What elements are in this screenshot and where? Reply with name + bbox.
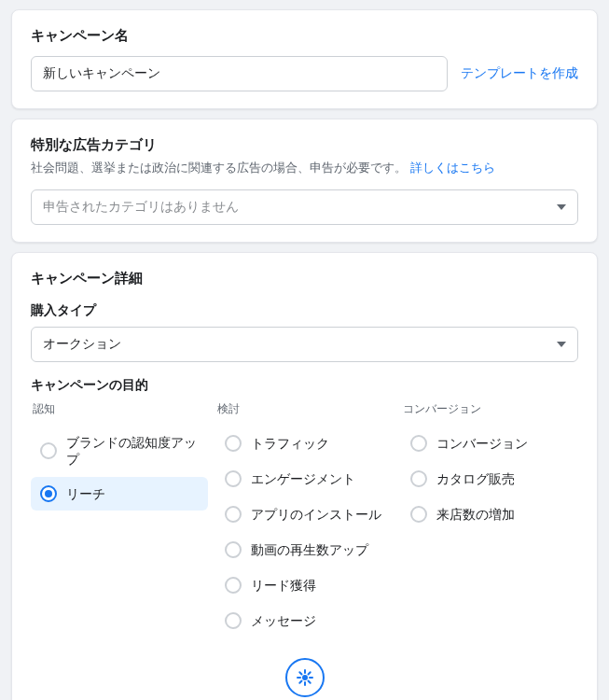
chevron-down-icon	[557, 342, 566, 347]
buying-type-label: 購入タイプ	[31, 302, 578, 319]
objective-option[interactable]: 動画の再生数アップ	[215, 533, 393, 567]
create-template-link[interactable]: テンプレートを作成	[461, 65, 578, 82]
radio-icon	[40, 442, 57, 459]
reach-icon	[285, 658, 325, 697]
chevron-down-icon	[557, 204, 566, 210]
radio-icon	[225, 612, 242, 629]
special-category-desc: 社会問題、選挙または政治に関連する広告の場合、申告が必要です。 詳しくはこちら	[31, 160, 578, 176]
awareness-header: 認知	[33, 401, 208, 417]
objective-option[interactable]: ブランドの認知度アップ	[31, 427, 208, 475]
awareness-column: 認知ブランドの認知度アップリーチ	[31, 401, 208, 639]
objective-option[interactable]: コンバージョン	[401, 427, 578, 460]
radio-icon	[225, 541, 242, 558]
buying-type-value: オークション	[43, 336, 121, 353]
objective-option[interactable]: トラフィック	[215, 427, 393, 460]
objective-option-label: エンゲージメント	[251, 470, 355, 487]
special-category-card: 特別な広告カテゴリ 社会問題、選挙または政治に関連する広告の場合、申告が必要です…	[11, 119, 598, 243]
svg-line-7	[299, 681, 301, 683]
campaign-details-card: キャンペーン詳細 購入タイプ オークション キャンペーンの目的 認知ブランドの認…	[11, 252, 598, 700]
campaign-name-card: キャンペーン名 テンプレートを作成	[11, 9, 598, 109]
radio-icon	[410, 435, 427, 452]
objective-option[interactable]: 来店数の増加	[401, 497, 578, 531]
special-category-desc-text: 社会問題、選挙または政治に関連する広告の場合、申告が必要です。	[31, 161, 407, 175]
objective-option-label: トラフィック	[251, 435, 329, 452]
svg-line-6	[308, 681, 310, 683]
special-category-dropdown[interactable]: 申告されたカテゴリはありません	[31, 189, 578, 225]
campaign-name-input[interactable]	[31, 56, 448, 91]
radio-icon	[225, 577, 242, 594]
objective-option-label: カタログ販売	[436, 470, 515, 487]
conversion-column: コンバージョンコンバージョンカタログ販売来店数の増加	[401, 401, 578, 639]
radio-icon	[40, 485, 57, 502]
objective-label: キャンペーンの目的	[31, 377, 578, 394]
objective-icon-wrap	[31, 639, 578, 700]
campaign-details-title: キャンペーン詳細	[31, 270, 578, 287]
radio-icon	[225, 435, 242, 452]
objective-option[interactable]: カタログ販売	[401, 462, 578, 496]
buying-type-field: 購入タイプ オークション	[31, 302, 578, 362]
svg-point-0	[302, 675, 308, 680]
svg-line-8	[308, 672, 310, 674]
campaign-name-row: テンプレートを作成	[31, 56, 578, 91]
buying-type-dropdown[interactable]: オークション	[31, 327, 578, 362]
objective-option-label: 来店数の増加	[436, 506, 515, 523]
objective-option-label: ブランドの認知度アップ	[66, 434, 199, 468]
radio-icon	[410, 506, 427, 523]
consideration-column: 検討トラフィックエンゲージメントアプリのインストール動画の再生数アップリード獲得…	[215, 401, 393, 639]
svg-line-5	[299, 672, 301, 674]
consideration-header: 検討	[217, 401, 393, 417]
objective-option-label: メッセージ	[251, 612, 316, 629]
objective-option[interactable]: リーチ	[31, 477, 208, 511]
radio-icon	[225, 506, 242, 523]
objective-option[interactable]: リード獲得	[215, 568, 393, 602]
objective-option[interactable]: メッセージ	[215, 604, 393, 637]
objective-option[interactable]: エンゲージメント	[215, 462, 393, 496]
radio-icon	[410, 470, 427, 487]
objective-option-label: アプリのインストール	[251, 506, 381, 523]
objective-option-label: 動画の再生数アップ	[251, 541, 368, 558]
radio-icon	[225, 470, 242, 487]
objective-option-label: リード獲得	[251, 577, 316, 594]
special-category-dropdown-value: 申告されたカテゴリはありません	[43, 199, 239, 216]
learn-more-link[interactable]: 詳しくはこちら	[410, 161, 495, 175]
objective-columns: 認知ブランドの認知度アップリーチ 検討トラフィックエンゲージメントアプリのインス…	[31, 401, 578, 639]
special-category-title: 特別な広告カテゴリ	[31, 136, 578, 154]
campaign-name-title: キャンペーン名	[31, 27, 578, 45]
objective-field: キャンペーンの目的 認知ブランドの認知度アップリーチ 検討トラフィックエンゲージ…	[31, 377, 578, 639]
conversion-header: コンバージョン	[403, 401, 578, 417]
objective-option-label: コンバージョン	[436, 435, 528, 452]
objective-option-label: リーチ	[66, 485, 105, 502]
objective-option[interactable]: アプリのインストール	[215, 497, 393, 531]
